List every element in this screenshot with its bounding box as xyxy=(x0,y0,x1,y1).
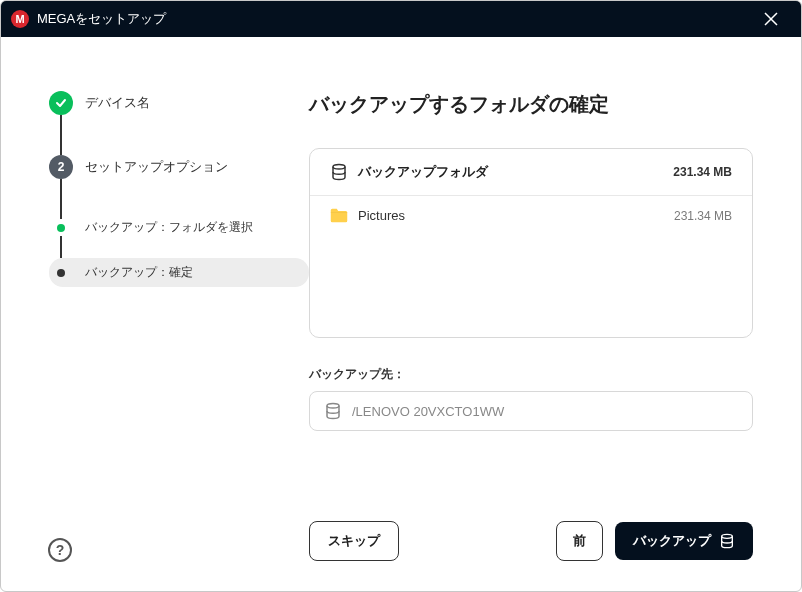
footer-controls: スキップ 前 バックアップ xyxy=(309,491,753,561)
content-area: デバイス名 2 セットアップオプション バックアップ：フォルダを選択 バックアッ… xyxy=(1,37,801,591)
backup-button[interactable]: バックアップ xyxy=(615,522,753,560)
folder-row[interactable]: Pictures 231.34 MB xyxy=(310,196,752,235)
substep-select-label: バックアップ：フォルダを選択 xyxy=(85,219,253,236)
database-icon xyxy=(330,163,348,181)
titlebar: M MEGAをセットアップ xyxy=(1,1,801,37)
check-icon xyxy=(49,91,73,115)
window-title: MEGAをセットアップ xyxy=(37,10,166,28)
database-icon xyxy=(324,402,342,420)
backup-folders-card: バックアップフォルダ 231.34 MB Pictures 231.34 MB xyxy=(309,148,753,338)
folder-size: 231.34 MB xyxy=(674,209,732,223)
prev-button[interactable]: 前 xyxy=(556,521,603,561)
backup-button-label: バックアップ xyxy=(633,532,711,550)
substep-select: バックアップ：フォルダを選択 xyxy=(49,219,309,236)
connector xyxy=(60,115,62,155)
connector xyxy=(60,236,62,258)
main-panel: バックアップするフォルダの確定 バックアップフォルダ 231.34 MB Pic… xyxy=(309,91,753,561)
app-logo-icon: M xyxy=(11,10,29,28)
step-setup-label: セットアップオプション xyxy=(85,158,228,176)
substep-confirm: バックアップ：確定 xyxy=(49,258,309,287)
connector xyxy=(60,179,62,219)
svg-point-0 xyxy=(333,165,345,170)
destination-field[interactable]: /LENOVO 20VXCTO1WW xyxy=(309,391,753,431)
page-heading: バックアップするフォルダの確定 xyxy=(309,91,753,118)
folder-name: Pictures xyxy=(358,208,405,223)
total-size: 231.34 MB xyxy=(673,165,732,179)
destination-path: /LENOVO 20VXCTO1WW xyxy=(352,404,504,419)
dot-icon xyxy=(57,224,65,232)
svg-point-2 xyxy=(722,534,733,538)
database-icon xyxy=(719,533,735,549)
close-icon xyxy=(764,12,778,26)
svg-point-1 xyxy=(327,404,339,409)
folders-header-label: バックアップフォルダ xyxy=(358,163,488,181)
dot-icon xyxy=(57,269,65,277)
substep-confirm-label: バックアップ：確定 xyxy=(85,264,193,281)
skip-button[interactable]: スキップ xyxy=(309,521,399,561)
destination-label: バックアップ先： xyxy=(309,366,753,383)
step-setup: 2 セットアップオプション xyxy=(49,155,309,179)
step-device: デバイス名 xyxy=(49,91,309,115)
backup-folders-header: バックアップフォルダ 231.34 MB xyxy=(310,149,752,196)
stepper-sidebar: デバイス名 2 セットアップオプション バックアップ：フォルダを選択 バックアッ… xyxy=(49,91,309,561)
step-number-icon: 2 xyxy=(49,155,73,179)
close-button[interactable] xyxy=(753,1,789,37)
folder-icon xyxy=(330,208,348,223)
help-button[interactable]: ? xyxy=(48,538,72,562)
step-device-label: デバイス名 xyxy=(85,94,150,112)
